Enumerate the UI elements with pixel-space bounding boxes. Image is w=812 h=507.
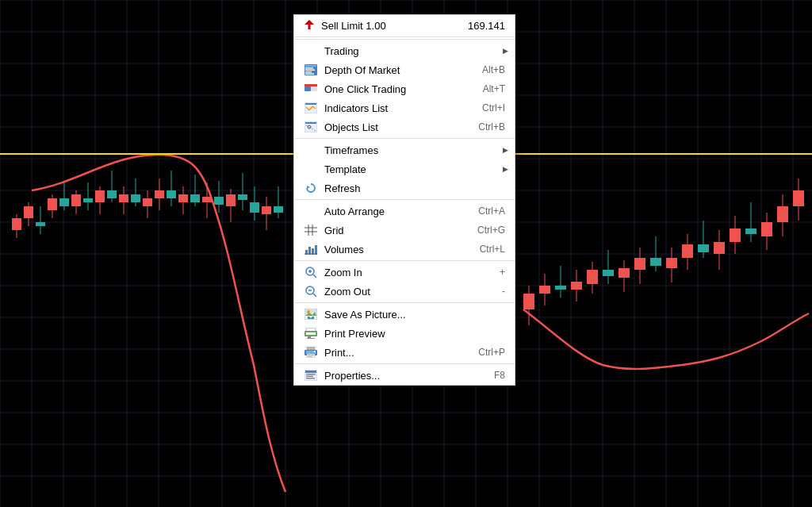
one-click-trading-label: One Click Trading [324, 83, 467, 95]
depth-of-market-label: Depth Of Market [324, 64, 466, 76]
svg-rect-61 [306, 378, 315, 379]
menu-item-refresh[interactable]: Refresh [294, 179, 515, 198]
menu-item-print-preview[interactable]: Print Preview [294, 324, 515, 343]
svg-marker-0 [304, 20, 314, 25]
menu-item-trading[interactable]: Trading [294, 41, 515, 60]
refresh-label: Refresh [324, 182, 505, 194]
svg-rect-12 [305, 103, 316, 105]
properties-label: Properties... [324, 370, 478, 382]
volumes-shortcut: Ctrl+L [464, 244, 505, 255]
svg-rect-60 [306, 376, 313, 378]
svg-marker-20 [307, 186, 310, 189]
volumes-label: Volumes [324, 244, 464, 255]
properties-icon [304, 369, 318, 382]
print-label: Print... [324, 347, 462, 359]
grid-icon [304, 224, 318, 236]
menu-item-print[interactable]: Print... Ctrl+P [294, 343, 515, 362]
menu-item-zoom-in[interactable]: Zoom In + [294, 263, 515, 282]
menu-header[interactable]: Sell Limit 1.00 169.141 [294, 15, 515, 37]
svg-point-53 [314, 351, 316, 352]
menu-header-label: Sell Limit 1.00 [321, 20, 386, 32]
print-shortcut: Ctrl+P [462, 347, 505, 358]
svg-rect-55 [308, 355, 314, 355]
trading-label: Trading [324, 45, 505, 57]
template-label: Template [324, 163, 505, 175]
indicators-list-shortcut: Ctrl+I [466, 102, 505, 113]
volumes-icon [304, 243, 318, 255]
save-picture-label: Save As Picture... [324, 309, 505, 321]
dom-icon [304, 63, 318, 76]
objects-icon [304, 121, 318, 133]
menu-item-save-picture[interactable]: Save As Picture... [294, 305, 515, 324]
no-icon-3 [304, 163, 318, 175]
menu-item-indicators-list[interactable]: Indicators List Ctrl+I [294, 98, 515, 117]
no-icon [304, 44, 318, 57]
refresh-icon [304, 182, 318, 194]
svg-rect-59 [306, 374, 316, 375]
menu-item-timeframes[interactable]: Timeframes [294, 140, 515, 159]
grid-label: Grid [324, 225, 462, 236]
svg-rect-17 [305, 122, 316, 124]
grid-shortcut: Ctrl+G [462, 225, 505, 236]
indicators-icon [304, 102, 318, 114]
print-preview-label: Print Preview [324, 328, 505, 340]
auto-arrange-shortcut: Ctrl+A [462, 205, 505, 217]
properties-shortcut: F8 [478, 370, 505, 381]
no-icon-2 [304, 144, 318, 156]
separator-5 [294, 363, 515, 364]
save-picture-icon [304, 308, 318, 321]
zoom-out-label: Zoom Out [324, 286, 486, 298]
zoom-in-icon [304, 266, 318, 278]
menu-header-price: 169.141 [468, 20, 505, 32]
zoom-in-shortcut: + [484, 267, 505, 278]
indicators-list-label: Indicators List [324, 102, 466, 114]
menu-item-one-click-trading[interactable]: One Click Trading Alt+T [294, 79, 515, 98]
svg-rect-54 [307, 354, 315, 358]
oct-icon [304, 83, 318, 95]
svg-rect-28 [315, 245, 317, 255]
svg-rect-4 [305, 67, 313, 69]
separator-top [294, 39, 515, 40]
svg-rect-6 [305, 71, 312, 73]
svg-line-33 [313, 275, 316, 278]
timeframes-label: Timeframes [324, 144, 505, 156]
zoom-out-icon [304, 285, 318, 298]
svg-rect-1 [308, 25, 311, 29]
zoom-out-shortcut: - [486, 286, 505, 297]
sell-arrow-icon [304, 19, 315, 33]
svg-rect-49 [307, 338, 315, 339]
svg-rect-50 [307, 347, 315, 350]
objects-list-shortcut: Ctrl+B [462, 121, 505, 133]
svg-rect-5 [305, 70, 315, 71]
svg-rect-56 [308, 356, 312, 357]
objects-list-label: Objects List [324, 121, 462, 133]
depth-of-market-shortcut: Alt+B [466, 64, 505, 75]
separator-1 [294, 138, 515, 139]
svg-line-36 [313, 294, 316, 297]
menu-item-auto-arrange[interactable]: Auto Arrange Ctrl+A [294, 202, 515, 221]
auto-arrange-label: Auto Arrange [324, 205, 462, 217]
one-click-trading-shortcut: Alt+T [467, 83, 505, 94]
separator-4 [294, 302, 515, 303]
menu-item-grid[interactable]: Grid Ctrl+G [294, 221, 515, 240]
menu-item-template[interactable]: Template [294, 159, 515, 179]
svg-rect-47 [306, 332, 316, 335]
svg-rect-58 [305, 371, 316, 373]
svg-rect-9 [304, 86, 311, 91]
menu-item-objects-list[interactable]: Objects List Ctrl+B [294, 117, 515, 136]
print-icon [304, 346, 318, 359]
no-icon-4 [304, 205, 318, 217]
svg-rect-7 [305, 74, 314, 75]
context-menu[interactable]: Sell Limit 1.00 169.141 Trading Depth Of… [293, 14, 515, 386]
menu-item-volumes[interactable]: Volumes Ctrl+L [294, 240, 515, 259]
menu-item-zoom-out[interactable]: Zoom Out - [294, 282, 515, 301]
print-preview-icon [304, 327, 318, 340]
svg-rect-10 [304, 84, 317, 86]
menu-item-properties[interactable]: Properties... F8 [294, 366, 515, 385]
separator-3 [294, 260, 515, 261]
zoom-in-label: Zoom In [324, 267, 484, 278]
separator-2 [294, 199, 515, 200]
svg-rect-3 [305, 65, 316, 67]
menu-item-depth-of-market[interactable]: Depth Of Market Alt+B [294, 60, 515, 79]
